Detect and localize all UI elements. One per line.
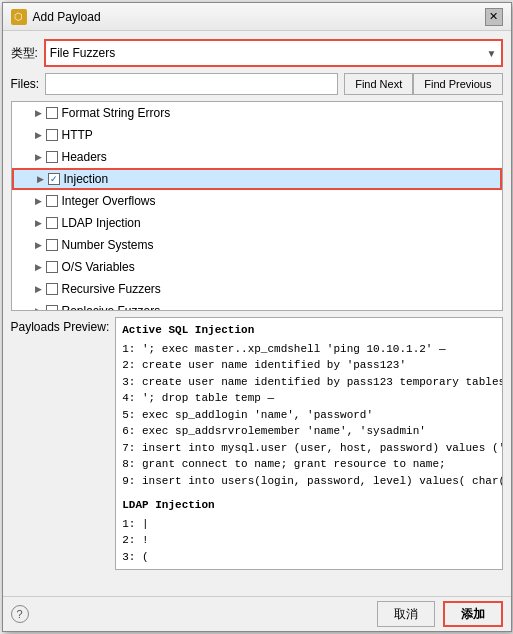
title-bar-left: ⬡ Add Payload bbox=[11, 9, 101, 25]
preview-line-4: 4: '; drop table temp — bbox=[122, 390, 495, 407]
expand-arrow-os-variables: ▶ bbox=[32, 260, 46, 274]
checkbox-recursive-fuzzers[interactable] bbox=[46, 283, 58, 295]
checkbox-replacive-fuzzers[interactable] bbox=[46, 305, 58, 311]
preview-title-ldap: LDAP Injection bbox=[122, 497, 495, 514]
expand-arrow-format-string: ▶ bbox=[32, 106, 46, 120]
preview-line-1: 1: '; exec master..xp_cmdshell 'ping 10.… bbox=[122, 341, 495, 358]
files-label: Files: bbox=[11, 77, 40, 91]
type-label: 类型: bbox=[11, 45, 38, 62]
preview-line-6: 6: exec sp_addsrvrolemember 'name', 'sys… bbox=[122, 423, 495, 440]
checkbox-http[interactable] bbox=[46, 129, 58, 141]
checkbox-os-variables[interactable] bbox=[46, 261, 58, 273]
preview-line-7: 7: insert into mysql.user (user, host, p… bbox=[122, 440, 495, 457]
label-format-string: Format String Errors bbox=[62, 106, 171, 120]
dialog-body: 类型: File Fuzzers Custom ▼ Files: Find Ne… bbox=[3, 31, 511, 596]
bottom-bar: ? 取消 添加 bbox=[3, 596, 511, 631]
type-select-wrapper: File Fuzzers Custom ▼ bbox=[44, 39, 503, 67]
files-row: Files: Find Next Find Previous bbox=[11, 73, 503, 95]
tree-item-recursive-fuzzers[interactable]: ▶ Recursive Fuzzers bbox=[12, 278, 502, 300]
label-injection: Injection bbox=[64, 172, 109, 186]
preview-line-8: 8: grant connect to name; grant resource… bbox=[122, 456, 495, 473]
add-button[interactable]: 添加 bbox=[443, 601, 503, 627]
dialog-icon: ⬡ bbox=[11, 9, 27, 25]
checkbox-number-systems[interactable] bbox=[46, 239, 58, 251]
payloads-preview-label: Payloads Preview: bbox=[11, 317, 110, 334]
checkbox-headers[interactable] bbox=[46, 151, 58, 163]
tree-item-http[interactable]: ▶ HTTP bbox=[12, 124, 502, 146]
preview-gap-1 bbox=[122, 489, 495, 497]
label-http: HTTP bbox=[62, 128, 93, 142]
expand-arrow-replacive-fuzzers: ▶ bbox=[32, 304, 46, 311]
add-payload-dialog: ⬡ Add Payload ✕ 类型: File Fuzzers Custom … bbox=[2, 2, 512, 632]
checkbox-integer-overflows[interactable] bbox=[46, 195, 58, 207]
payloads-row: Payloads Preview: Active SQL Injection 1… bbox=[11, 317, 503, 588]
tree-item-number-systems[interactable]: ▶ Number Systems bbox=[12, 234, 502, 256]
tree-item-injection[interactable]: ▶ ✓ Injection bbox=[12, 168, 502, 190]
tree-item-os-variables[interactable]: ▶ O/S Variables bbox=[12, 256, 502, 278]
tree-panel[interactable]: ▶ Format String Errors ▶ HTTP ▶ Headers … bbox=[11, 101, 503, 311]
tree-item-replacive-fuzzers[interactable]: ▶ Replacive Fuzzers bbox=[12, 300, 502, 311]
preview-ldap-3: 3: ( bbox=[122, 549, 495, 566]
label-os-variables: O/S Variables bbox=[62, 260, 135, 274]
expand-arrow-integer-overflows: ▶ bbox=[32, 194, 46, 208]
preview-line-5: 5: exec sp_addlogin 'name', 'password' bbox=[122, 407, 495, 424]
close-button[interactable]: ✕ bbox=[485, 8, 503, 26]
preview-line-3: 3: create user name identified by pass12… bbox=[122, 374, 495, 391]
tree-item-format-string[interactable]: ▶ Format String Errors bbox=[12, 102, 502, 124]
files-input[interactable] bbox=[45, 73, 338, 95]
preview-panel[interactable]: Active SQL Injection 1: '; exec master..… bbox=[115, 317, 502, 570]
type-select[interactable]: File Fuzzers Custom bbox=[46, 41, 501, 65]
find-buttons: Find Next Find Previous bbox=[344, 73, 502, 95]
tree-item-headers[interactable]: ▶ Headers bbox=[12, 146, 502, 168]
label-ldap-injection: LDAP Injection bbox=[62, 216, 141, 230]
label-integer-overflows: Integer Overflows bbox=[62, 194, 156, 208]
checkbox-injection[interactable]: ✓ bbox=[48, 173, 60, 185]
dialog-title: Add Payload bbox=[33, 10, 101, 24]
cancel-button[interactable]: 取消 bbox=[377, 601, 435, 627]
find-previous-button[interactable]: Find Previous bbox=[413, 73, 502, 95]
expand-arrow-number-systems: ▶ bbox=[32, 238, 46, 252]
tree-item-ldap-injection[interactable]: ▶ LDAP Injection bbox=[12, 212, 502, 234]
label-number-systems: Number Systems bbox=[62, 238, 154, 252]
expand-arrow-injection: ▶ bbox=[34, 172, 48, 186]
checkbox-ldap-injection[interactable] bbox=[46, 217, 58, 229]
expand-arrow-ldap-injection: ▶ bbox=[32, 216, 46, 230]
preview-line-2: 2: create user name identified by 'pass1… bbox=[122, 357, 495, 374]
label-replacive-fuzzers: Replacive Fuzzers bbox=[62, 304, 161, 311]
help-button[interactable]: ? bbox=[11, 605, 29, 623]
type-row: 类型: File Fuzzers Custom ▼ bbox=[11, 39, 503, 67]
expand-arrow-recursive-fuzzers: ▶ bbox=[32, 282, 46, 296]
preview-ldap-1: 1: | bbox=[122, 516, 495, 533]
label-headers: Headers bbox=[62, 150, 107, 164]
find-next-button[interactable]: Find Next bbox=[344, 73, 413, 95]
preview-ldap-2: 2: ! bbox=[122, 532, 495, 549]
tree-item-integer-overflows[interactable]: ▶ Integer Overflows bbox=[12, 190, 502, 212]
checkbox-format-string[interactable] bbox=[46, 107, 58, 119]
expand-arrow-headers: ▶ bbox=[32, 150, 46, 164]
title-bar: ⬡ Add Payload ✕ bbox=[3, 3, 511, 31]
preview-line-9: 9: insert into users(login, password, le… bbox=[122, 473, 495, 490]
expand-arrow-http: ▶ bbox=[32, 128, 46, 142]
label-recursive-fuzzers: Recursive Fuzzers bbox=[62, 282, 161, 296]
preview-title-sql: Active SQL Injection bbox=[122, 322, 495, 339]
